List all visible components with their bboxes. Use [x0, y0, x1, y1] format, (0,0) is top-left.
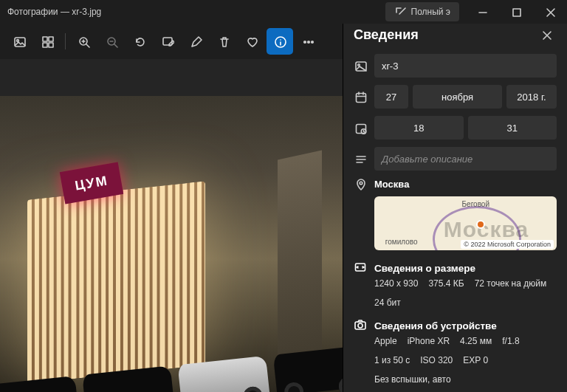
description-field[interactable]: Добавьте описание [374, 147, 557, 171]
device-flash: Без вспышки, авто [374, 374, 451, 385]
map-credit: © 2022 Microsoft Corporation [461, 240, 554, 249]
edit-image-icon [162, 35, 174, 48]
image-icon [13, 35, 26, 48]
heart-icon [246, 35, 258, 48]
svg-point-12 [307, 41, 309, 43]
details-panel: Сведения xr-3 27 ноября 2018 г. 18 31 До… [343, 24, 567, 392]
markup-button[interactable] [182, 28, 209, 55]
rotate-icon [134, 35, 146, 48]
expand-icon [394, 6, 407, 18]
close-button[interactable] [533, 0, 567, 24]
svg-rect-9 [163, 38, 172, 45]
more-button[interactable] [295, 28, 321, 55]
filename-field[interactable]: xr-3 [374, 54, 557, 78]
time-minute-field[interactable]: 31 [468, 116, 557, 140]
rotate-button[interactable] [126, 28, 153, 55]
filesize-value: 375.4 КБ [428, 278, 464, 289]
device-focal: 4.25 мм [460, 336, 492, 346]
svg-point-19 [360, 182, 362, 185]
description-icon [354, 153, 367, 165]
grid-icon [41, 35, 54, 48]
edit-button[interactable] [154, 28, 181, 55]
svg-rect-16 [356, 93, 365, 102]
photo: ЦУМ [0, 96, 343, 392]
device-exp: EXP 0 [463, 355, 488, 365]
svg-point-22 [358, 323, 362, 328]
device-make: Apple [374, 336, 397, 346]
image-icon [354, 60, 367, 72]
svg-rect-1 [15, 38, 25, 47]
zoom-in-icon [78, 35, 90, 48]
minimize-icon [476, 6, 489, 18]
close-icon [540, 29, 553, 41]
photo-canvas[interactable]: ЦУМ [0, 59, 343, 392]
svg-point-13 [311, 41, 313, 43]
device-shutter: 1 из 50 с [374, 355, 410, 365]
dpi-value: 72 точек на дюйм [475, 278, 547, 289]
date-day-field[interactable]: 27 [374, 85, 408, 109]
maximize-button[interactable] [499, 0, 533, 24]
zoom-in-button[interactable] [70, 28, 97, 55]
svg-point-11 [303, 41, 306, 43]
info-icon [274, 35, 286, 48]
date-year-field[interactable]: 2018 г. [506, 85, 557, 109]
pen-icon [190, 35, 202, 48]
info-button[interactable] [267, 28, 293, 55]
device-section: Сведения об устройстве Apple iPhone XR 4… [354, 318, 557, 385]
svg-rect-3 [43, 37, 47, 41]
details-title: Сведения [354, 27, 536, 43]
zoom-out-button[interactable] [98, 28, 125, 55]
date-month-field[interactable]: ноября [413, 85, 502, 109]
dimensions-value: 1240 x 930 [374, 278, 418, 289]
favorite-button[interactable] [238, 28, 265, 55]
maximize-icon [510, 6, 523, 18]
clock-icon [354, 122, 367, 134]
svg-point-15 [357, 63, 360, 66]
svg-point-2 [16, 39, 18, 41]
location-name: Москва [374, 179, 409, 190]
svg-rect-6 [49, 43, 53, 47]
viewer: ЦУМ [0, 24, 343, 392]
device-model: iPhone XR [408, 336, 450, 346]
minimize-button[interactable] [465, 0, 499, 24]
size-icon [354, 261, 367, 275]
close-icon [544, 6, 557, 18]
svg-rect-0 [513, 9, 520, 16]
camera-icon [354, 318, 367, 333]
location-icon [354, 178, 367, 190]
device-iso: ISO 320 [420, 355, 453, 365]
calendar-icon [354, 91, 367, 103]
size-section: Сведения о размере 1240 x 930 375.4 КБ 7… [354, 261, 557, 308]
time-hour-field[interactable]: 18 [374, 116, 464, 140]
titlebar: Фотографии — xr-3.jpg Полный э [0, 0, 567, 24]
delete-button[interactable] [210, 28, 237, 55]
svg-rect-4 [49, 37, 53, 41]
thumbnails-button[interactable] [34, 28, 61, 55]
more-icon [302, 35, 315, 48]
bit-depth-value: 24 бит [374, 298, 401, 308]
zoom-out-icon [106, 35, 118, 48]
trash-icon [218, 35, 230, 48]
svg-rect-5 [43, 43, 47, 47]
gallery-button[interactable] [6, 28, 32, 55]
fullscreen-button[interactable]: Полный э [385, 2, 459, 21]
location-map[interactable]: Беговой гомилово Москва © 2022 Microsoft… [374, 196, 557, 250]
close-panel-button[interactable] [536, 25, 557, 46]
viewer-toolbar [0, 24, 343, 59]
window-title: Фотографии — xr-3.jpg [0, 7, 385, 17]
device-aperture: f/1.8 [502, 336, 519, 346]
